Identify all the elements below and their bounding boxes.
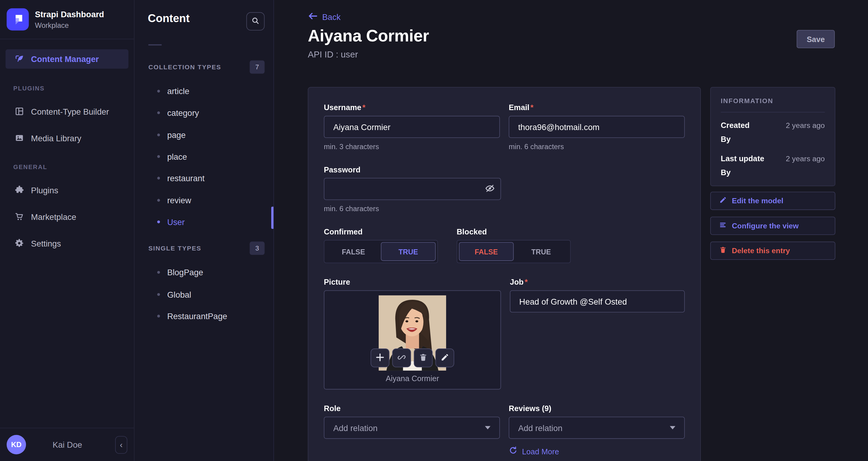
back-link[interactable]: Back xyxy=(308,12,341,22)
confirmed-false-option[interactable]: FALSE xyxy=(326,242,381,261)
reviews-select[interactable]: Add relation xyxy=(509,416,685,439)
list-item-place[interactable]: place xyxy=(134,146,274,168)
list-item-category[interactable]: category xyxy=(134,102,274,124)
list-item-user[interactable]: User xyxy=(134,211,274,233)
load-more-link[interactable]: Load More xyxy=(509,446,559,457)
sidebar-item-content-type-builder[interactable]: Content-Type Builder xyxy=(5,98,128,125)
required-asterisk: * xyxy=(525,278,528,286)
add-media-button[interactable] xyxy=(371,348,389,367)
username-hint: min. 3 characters xyxy=(324,142,500,151)
bullet-icon xyxy=(157,271,160,274)
main-content: Back Aiyana Cormier API ID : user Save U… xyxy=(274,0,868,461)
toggle-password-visibility-button[interactable] xyxy=(481,182,499,196)
list-item-article[interactable]: article xyxy=(134,81,274,102)
save-button[interactable]: Save xyxy=(797,30,835,48)
sidebar: Strapi Dashboard Workplace Content Manag… xyxy=(0,0,134,461)
back-arrow-icon xyxy=(308,12,318,22)
strapi-dashboard: Strapi Dashboard Workplace Content Manag… xyxy=(0,0,868,461)
bullet-icon xyxy=(157,134,160,136)
sidebar-nav: Content Manager PLUGINS Content-Type Bui… xyxy=(0,49,134,257)
user-name: Kai Doe xyxy=(53,440,82,449)
page-title: Aiyana Cormier xyxy=(308,27,835,46)
active-item-indicator xyxy=(271,207,273,229)
configure-view-button[interactable]: Configure the view xyxy=(710,217,835,235)
bullet-icon xyxy=(157,315,160,317)
bullet-icon xyxy=(157,221,160,223)
sidebar-item-media-library[interactable]: Media Library xyxy=(5,125,128,151)
sidebar-item-label: Settings xyxy=(31,239,61,248)
trash-icon xyxy=(419,353,428,363)
email-field[interactable] xyxy=(509,116,685,138)
email-label: Email* xyxy=(509,103,685,112)
blocked-toggle: FALSE TRUE xyxy=(457,240,570,263)
list-item-blogpage[interactable]: BlogPage xyxy=(134,262,274,283)
search-button[interactable] xyxy=(246,12,265,30)
collection-types-list: article category page place restaurant r… xyxy=(134,81,274,233)
list-item-review[interactable]: review xyxy=(134,189,274,211)
user-row: KD Kai Doe ‹ xyxy=(0,428,134,461)
role-placeholder: Add relation xyxy=(333,423,378,432)
sidebar-item-settings[interactable]: Settings xyxy=(5,230,128,257)
password-field[interactable] xyxy=(324,178,501,200)
last-update-value: 2 years ago xyxy=(786,154,825,163)
username-field[interactable] xyxy=(324,116,500,138)
sidebar-item-plugins[interactable]: Plugins xyxy=(5,177,128,203)
single-types-list: BlogPage Global RestaurantPage xyxy=(134,262,274,327)
picture-label: Picture xyxy=(324,278,501,286)
media-actions xyxy=(371,348,454,367)
info-divider xyxy=(721,112,825,113)
information-title: INFORMATION xyxy=(721,97,825,105)
edit-model-button[interactable]: Edit the model xyxy=(710,192,835,210)
app-title: Strapi Dashboard xyxy=(35,9,104,20)
bullet-icon xyxy=(157,199,160,201)
list-item-global[interactable]: Global xyxy=(134,283,274,305)
copy-link-button[interactable] xyxy=(392,348,411,367)
blocked-true-option[interactable]: TRUE xyxy=(514,242,568,261)
image-icon xyxy=(14,133,25,143)
information-card: INFORMATION Created 2 years ago By Last … xyxy=(710,87,835,186)
created-value: 2 years ago xyxy=(786,121,825,129)
pencil-icon xyxy=(440,353,449,363)
delete-entry-button[interactable]: Delete this entry xyxy=(710,242,835,260)
list-lines-icon xyxy=(719,221,727,231)
sidebar-item-marketplace[interactable]: Marketplace xyxy=(5,203,128,230)
bullet-icon xyxy=(157,293,160,295)
collapse-sidebar-button[interactable]: ‹ xyxy=(115,436,127,454)
sidebar-item-label: Media Library xyxy=(31,134,81,143)
last-update-label: Last update xyxy=(721,154,764,163)
password-hint: min. 6 characters xyxy=(324,204,501,213)
puzzle-icon xyxy=(14,185,25,195)
confirmed-toggle: FALSE TRUE xyxy=(324,240,438,263)
panel-divider xyxy=(148,45,162,46)
email-hint: min. 6 characters xyxy=(509,142,685,151)
list-item-page[interactable]: page xyxy=(134,124,274,146)
job-label: Job* xyxy=(510,278,685,286)
username-label: Username* xyxy=(324,103,500,112)
link-icon xyxy=(397,353,406,363)
delete-media-button[interactable] xyxy=(414,348,433,367)
plus-icon xyxy=(376,353,384,363)
edit-media-button[interactable] xyxy=(435,348,454,367)
blocked-false-option[interactable]: FALSE xyxy=(459,242,514,261)
confirmed-true-option[interactable]: TRUE xyxy=(381,242,435,261)
panel-title: Content xyxy=(148,12,189,25)
content-panel: Content COLLECTION TYPES 7 article categ… xyxy=(134,0,274,461)
job-field[interactable] xyxy=(510,290,685,313)
sidebar-section-plugins: PLUGINS xyxy=(5,85,128,91)
sidebar-section-general: GENERAL xyxy=(5,163,128,170)
workspace-header: Strapi Dashboard Workplace xyxy=(0,0,134,39)
reviews-placeholder: Add relation xyxy=(518,423,562,432)
trash-icon xyxy=(719,246,727,255)
sidebar-item-label: Marketplace xyxy=(31,212,76,222)
role-select[interactable]: Add relation xyxy=(324,416,500,439)
list-item-restaurant[interactable]: restaurant xyxy=(134,167,274,189)
list-item-restaurantpage[interactable]: RestaurantPage xyxy=(134,305,274,327)
grid-icon xyxy=(14,107,25,116)
avatar: KD xyxy=(7,435,26,454)
api-id: API ID : user xyxy=(308,50,835,60)
load-more-label: Load More xyxy=(522,447,559,456)
required-asterisk: * xyxy=(530,103,533,112)
confirmed-label: Confirmed xyxy=(324,227,438,236)
sidebar-item-content-manager[interactable]: Content Manager xyxy=(5,49,128,69)
collection-types-label: COLLECTION TYPES xyxy=(148,64,221,70)
